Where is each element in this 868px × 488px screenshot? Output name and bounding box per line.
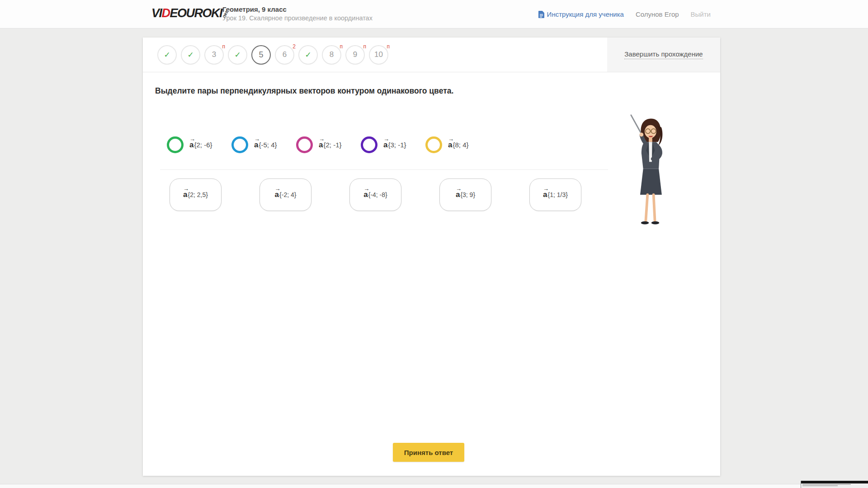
answer-box-1[interactable]: a{2; 2,5} xyxy=(170,178,222,211)
progress-number: 6 xyxy=(283,50,287,59)
vector-letter: a xyxy=(275,190,279,199)
finish-quiz-link[interactable]: Завершить прохождение xyxy=(624,50,703,59)
instruction-label: Инструкция для ученика xyxy=(547,10,624,18)
top-header: VIDEOUROKInet Геометрия, 9 класс Урок 19… xyxy=(0,0,868,28)
finish-panel: Завершить прохождение xyxy=(607,38,720,72)
attempt-marker: 2 xyxy=(292,43,296,50)
color-option-2: a{-5; 4} xyxy=(231,136,296,153)
vector-coords: {-4; -8} xyxy=(368,191,387,198)
attempt-marker: п xyxy=(363,43,367,50)
vector-letter: a xyxy=(319,141,323,150)
page: VIDEOUROKInet Геометрия, 9 класс Урок 19… xyxy=(0,0,868,488)
footer-strip xyxy=(0,484,868,488)
color-options-row: a{2; -6}a{-5; 4}a{2; -1}a{3; -1}a{8; 4} xyxy=(167,136,490,153)
progress-number: 9 xyxy=(353,50,357,59)
vector-label: a{2; -6} xyxy=(189,141,212,150)
header-titles: Геометрия, 9 класс Урок 19. Скалярное пр… xyxy=(222,5,373,23)
color-ring-button[interactable] xyxy=(361,136,377,153)
minimized-window[interactable] xyxy=(801,481,868,488)
color-option-3: a{2; -1} xyxy=(296,136,361,153)
instruction-link[interactable]: Инструкция для ученика xyxy=(538,10,624,18)
answer-box-2[interactable]: a{-2; 4} xyxy=(259,178,311,211)
vector-label: a{-4; -8} xyxy=(363,190,387,199)
color-ring-button[interactable] xyxy=(167,136,184,153)
color-option-5: a{8; 4} xyxy=(425,136,490,153)
course-title: Геометрия, 9 класс xyxy=(222,5,373,14)
vector-coords: {1; 1/3} xyxy=(548,191,568,198)
check-icon: ✓ xyxy=(164,51,170,59)
vector-label: a{3; 9} xyxy=(456,190,475,199)
vector-coords: {-5; 4} xyxy=(259,141,277,149)
answer-box-4[interactable]: a{3; 9} xyxy=(439,178,491,211)
vector-letter: a xyxy=(363,190,368,199)
vector-letter: a xyxy=(254,141,258,150)
vector-letter: a xyxy=(183,190,187,199)
check-icon: ✓ xyxy=(305,51,311,59)
answer-box-5[interactable]: a{1; 1/3} xyxy=(529,178,581,211)
progress-circle-3[interactable]: 3п xyxy=(204,45,224,65)
vector-label: a{-2; 4} xyxy=(275,190,297,199)
check-icon: ✓ xyxy=(187,51,193,59)
vector-letter: a xyxy=(383,141,387,150)
check-icon: ✓ xyxy=(234,51,241,59)
question-text: Выделите пары перпендикулярных векторов … xyxy=(155,86,453,96)
progress-number: 10 xyxy=(374,50,383,59)
progress-circle-9[interactable]: 9п xyxy=(345,45,365,65)
progress-circle-1[interactable]: ✓ xyxy=(157,45,177,65)
progress-number: 8 xyxy=(330,50,334,59)
vector-coords: {2; 2,5} xyxy=(188,191,208,198)
vector-coords: {3; 9} xyxy=(460,191,475,198)
progress-circle-2[interactable]: ✓ xyxy=(181,45,200,65)
mini-text-line xyxy=(802,484,851,485)
quiz-card: ✓✓3п✓562✓8п9п10п Завершить прохождение В… xyxy=(143,38,720,476)
vector-label: a{-5; 4} xyxy=(254,141,277,150)
attempt-marker: п xyxy=(340,43,343,50)
vector-coords: {2; -6} xyxy=(194,141,212,149)
vector-label: a{8; 4} xyxy=(448,141,469,150)
progress-circle-5[interactable]: 5 xyxy=(251,45,271,65)
color-option-1: a{2; -6} xyxy=(167,136,231,153)
vector-coords: {3; -1} xyxy=(388,141,406,149)
answer-box-3[interactable]: a{-4; -8} xyxy=(349,178,401,211)
vector-letter: a xyxy=(456,190,460,199)
progress-circle-10[interactable]: 10п xyxy=(369,45,388,65)
vector-label: a{1; 1/3} xyxy=(543,190,568,199)
progress-band: ✓✓3п✓562✓8п9п10п Завершить прохождение xyxy=(143,38,720,72)
logo-part1: VI xyxy=(151,6,162,20)
header-nav: Инструкция для ученика Солунов Егор Выйт… xyxy=(538,0,711,28)
vector-letter: a xyxy=(448,141,452,150)
vector-letter: a xyxy=(189,141,193,150)
progress-number: 5 xyxy=(259,50,263,60)
videouroki-logo[interactable]: VIDEOUROKInet xyxy=(151,6,229,20)
progress-circle-4[interactable]: ✓ xyxy=(228,45,247,65)
progress-row: ✓✓3п✓562✓8п9п10п xyxy=(157,45,388,65)
attempt-marker: п xyxy=(387,43,390,50)
color-option-4: a{3; -1} xyxy=(361,136,425,153)
lesson-subtitle: Урок 19. Скалярное произведение в коорди… xyxy=(222,14,373,23)
logout-link[interactable]: Выйти xyxy=(691,10,711,18)
color-ring-button[interactable] xyxy=(425,136,442,153)
vector-letter: a xyxy=(543,190,547,199)
minimized-window-body xyxy=(801,483,868,488)
vector-coords: {-2; 4} xyxy=(279,191,296,198)
vector-coords: {8; 4} xyxy=(453,141,468,149)
color-ring-button[interactable] xyxy=(296,136,313,153)
attempt-marker: п xyxy=(222,43,226,50)
progress-circle-8[interactable]: 8п xyxy=(322,45,341,65)
user-name-link[interactable]: Солунов Егор xyxy=(636,10,679,18)
mini-text-line xyxy=(802,485,838,486)
vector-label: a{3; -1} xyxy=(383,141,406,150)
teacher-illustration xyxy=(627,113,673,235)
vector-label: a{2; 2,5} xyxy=(183,190,208,199)
progress-number: 3 xyxy=(212,50,216,59)
progress-circle-6[interactable]: 62 xyxy=(275,45,294,65)
logo-part2: EOUROKI xyxy=(170,6,222,20)
submit-answer-button[interactable]: Принять ответ xyxy=(393,443,464,462)
progress-circle-7[interactable]: ✓ xyxy=(298,45,318,65)
vector-coords: {2; -1} xyxy=(323,141,341,149)
answer-boxes-row: a{2; 2,5}a{-2; 4}a{-4; -8}a{3; 9}a{1; 1/… xyxy=(170,178,619,211)
color-ring-button[interactable] xyxy=(231,136,248,153)
logo-accent-letter: D xyxy=(162,6,170,20)
document-icon xyxy=(538,11,544,18)
vector-label: a{2; -1} xyxy=(319,141,342,150)
